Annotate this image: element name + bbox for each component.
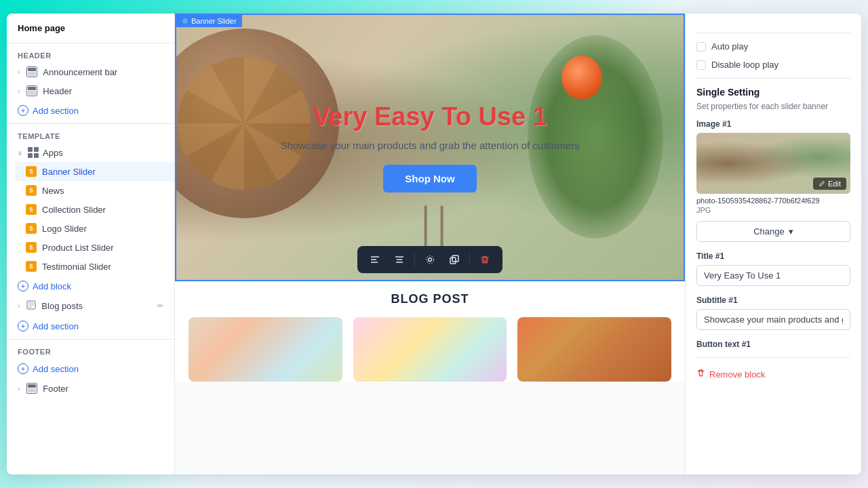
blog-posts-left: › Blog posts <box>18 300 83 312</box>
sidebar-item-footer[interactable]: › Footer <box>7 379 174 398</box>
chevron-right-icon: › <box>18 68 20 76</box>
block-collection-slider[interactable]: $ Collection Slider <box>15 200 174 219</box>
banner-text: Very Easy To Use 1 Showcase your main pr… <box>280 102 579 192</box>
apps-header[interactable]: ∨ Apps <box>7 143 174 162</box>
add-block-label: Add block <box>33 281 71 291</box>
trash-icon <box>696 369 705 380</box>
divider-1 <box>696 78 850 79</box>
block-product-list-slider-label: Product List Slider <box>42 243 114 253</box>
blog-card-1[interactable] <box>189 317 342 382</box>
title-input[interactable] <box>696 265 850 286</box>
apps-blocks-container: $ Banner Slider $ News $ Collection Slid… <box>7 162 174 276</box>
svg-point-11 <box>429 258 432 262</box>
blog-card-2[interactable] <box>353 317 507 382</box>
footer-icon <box>26 383 37 394</box>
divider-2 <box>696 357 850 358</box>
blog-posts-label: Blog posts <box>41 301 83 311</box>
block-icon: $ <box>26 185 37 196</box>
svg-point-12 <box>427 256 434 264</box>
subtitle-label: Subtitle #1 <box>696 296 850 305</box>
auto-play-checkbox[interactable] <box>696 42 706 52</box>
change-button[interactable]: Change ▾ <box>696 221 850 242</box>
block-logo-slider[interactable]: $ Logo Slider <box>15 219 174 238</box>
block-news[interactable]: $ News <box>15 181 174 200</box>
block-icon: $ <box>26 223 37 234</box>
footer-section-label: Footer <box>7 342 174 359</box>
apple-decoration <box>561 56 602 100</box>
remove-block-label: Remove block <box>709 369 765 380</box>
toolbar-settings-btn[interactable] <box>420 250 439 269</box>
remove-block-btn[interactable]: Remove block <box>696 366 850 382</box>
sidebar-item-header[interactable]: › Header <box>7 81 174 100</box>
disable-loop-checkbox[interactable] <box>696 60 706 70</box>
svg-rect-13 <box>450 258 456 264</box>
image-filename: photo-1505935428862-770b6f24f629 <box>696 197 850 205</box>
block-banner-slider[interactable]: $ Banner Slider <box>15 162 174 181</box>
header-section-label: Header <box>7 46 174 62</box>
title-label: Title #1 <box>696 251 850 261</box>
edit-overlay-btn[interactable]: Edit <box>813 178 846 190</box>
image-label: Image #1 <box>696 119 850 129</box>
plus-icon-4: + <box>18 363 28 374</box>
block-testimonial-slider-label: Testimonial Slider <box>42 262 111 272</box>
disable-loop-row: Disable loop play <box>696 60 850 70</box>
block-icon: $ <box>26 166 37 177</box>
toolbar-separator <box>414 253 415 266</box>
toolbar-duplicate-btn[interactable] <box>445 250 464 269</box>
add-section-footer-btn[interactable]: + Add section <box>7 359 174 379</box>
canvas-area: Banner Slider Very Easy <box>175 14 685 382</box>
add-block-btn[interactable]: + Add block <box>7 276 174 296</box>
image-preview: Edit <box>696 133 850 194</box>
footer-label: Footer <box>43 384 68 394</box>
announcement-bar-label: Announcement bar <box>43 67 117 77</box>
toolbar-align-left-btn[interactable] <box>366 250 384 269</box>
add-section-footer-label: Add section <box>33 364 79 374</box>
single-setting-desc: Set properties for each slider banner <box>696 102 850 111</box>
block-icon: $ <box>26 261 37 272</box>
image-format: JPG <box>696 206 850 214</box>
add-section-template-label: Add section <box>33 321 79 331</box>
banner-slider-label: Banner Slider <box>176 15 242 27</box>
banner-slider[interactable]: Banner Slider Very Easy <box>175 14 685 281</box>
apps-label: Apps <box>43 148 63 158</box>
block-banner-slider-label: Banner Slider <box>42 167 96 177</box>
pencil-icon[interactable]: ✏ <box>157 302 163 310</box>
header-label: Header <box>43 86 72 96</box>
toolbar-separator-2 <box>469 253 470 266</box>
block-icon: $ <box>26 204 37 215</box>
block-collection-slider-label: Collection Slider <box>42 205 106 215</box>
top-divider <box>696 33 850 33</box>
block-icon: $ <box>26 242 37 253</box>
chevron-right-icon: › <box>18 87 20 95</box>
right-panel: Auto play Disable loop play Single Setti… <box>685 14 861 474</box>
sidebar: Home page Header › Announcement bar › He… <box>7 14 175 474</box>
block-logo-slider-label: Logo Slider <box>42 224 87 234</box>
page-title: Home page <box>7 14 174 40</box>
change-label: Change <box>753 226 785 237</box>
auto-play-label: Auto play <box>711 41 748 52</box>
plus-icon-2: + <box>18 281 28 291</box>
plus-icon-3: + <box>18 321 28 331</box>
svg-point-4 <box>182 18 188 24</box>
toolbar-align-center-btn[interactable] <box>390 250 409 269</box>
subtitle-input[interactable] <box>696 309 850 330</box>
template-section-label: Template <box>7 127 174 143</box>
layout-icon <box>26 66 37 77</box>
blog-post-label: BLOG POST <box>189 292 671 306</box>
add-section-template-btn[interactable]: + Add section <box>7 316 174 336</box>
block-product-list-slider[interactable]: $ Product List Slider <box>15 238 174 257</box>
shop-now-button[interactable]: Shop Now <box>383 165 476 192</box>
block-testimonial-slider[interactable]: $ Testimonial Slider <box>15 257 174 276</box>
toolbar-delete-btn[interactable] <box>475 250 494 269</box>
blog-post-section: BLOG POST <box>175 281 685 382</box>
add-section-header-btn[interactable]: + Add section <box>7 100 174 121</box>
block-news-label: News <box>42 186 64 196</box>
edit-label: Edit <box>828 180 841 188</box>
sidebar-item-announcement-bar[interactable]: › Announcement bar <box>7 62 174 81</box>
plus-icon: + <box>18 105 28 116</box>
add-section-header-label: Add section <box>33 106 79 116</box>
banner-subtitle: Showcase your main products and grab the… <box>280 140 579 151</box>
blog-card-3[interactable] <box>517 317 671 382</box>
banner-background: Very Easy To Use 1 Showcase your main pr… <box>176 15 684 280</box>
chevron-right-icon: › <box>18 302 20 310</box>
